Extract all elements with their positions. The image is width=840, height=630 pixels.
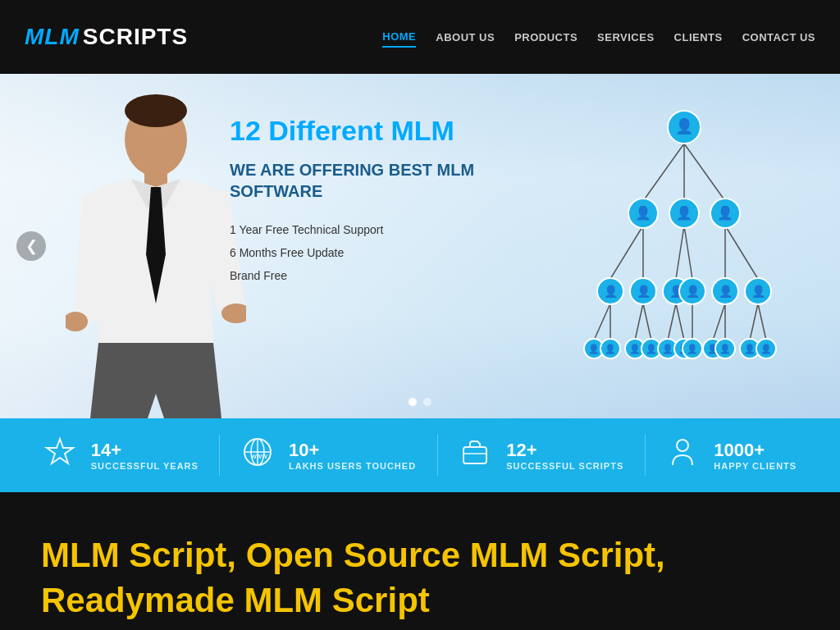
carousel-dot-1[interactable] [409, 398, 417, 406]
svg-point-75 [677, 440, 688, 451]
hero-title: 12 Different MLM [230, 115, 528, 147]
svg-point-1 [125, 94, 187, 127]
svg-text:👤: 👤 [719, 285, 733, 299]
svg-marker-67 [47, 439, 73, 463]
stat-icon-2 [459, 436, 491, 476]
dark-bar [0, 492, 840, 509]
person-svg [66, 90, 246, 418]
svg-line-14 [594, 304, 610, 340]
hero-person [66, 90, 246, 418]
svg-line-17 [643, 304, 651, 340]
svg-text:👤: 👤 [637, 285, 651, 299]
stat-divider-2 [437, 435, 438, 476]
svg-line-18 [668, 304, 676, 340]
svg-line-23 [750, 304, 758, 340]
svg-text:👤: 👤 [646, 343, 657, 354]
mlm-tree: 👤 👤 👤 👤 👤 👤 👤 👤 👤 👤 👤 [561, 107, 807, 369]
stat-item-2: 12+ SUCCESSFUL SCRIPTS [459, 436, 623, 476]
stat-icon-3 [666, 436, 699, 476]
stat-number-0: 14+ [91, 440, 199, 461]
svg-text:👤: 👤 [604, 285, 619, 299]
stat-text-3: 1000+ HAPPY CLIENTS [714, 440, 797, 471]
hero-features: 1 Year Free Technical Support 6 Months F… [230, 218, 528, 287]
svg-line-19 [676, 304, 684, 340]
svg-line-16 [635, 304, 643, 340]
svg-text:👤: 👤 [676, 205, 692, 221]
stat-text-1: 10+ LAKHS USERS TOUCHED [289, 440, 416, 471]
svg-text:👤: 👤 [719, 343, 731, 354]
svg-line-7 [684, 144, 725, 201]
logo-mlm: MLM [25, 24, 80, 50]
svg-line-5 [643, 144, 684, 201]
feature-2: 6 Months Free Update [230, 241, 528, 264]
tree-svg: 👤 👤 👤 👤 👤 👤 👤 👤 👤 👤 👤 [561, 107, 807, 369]
nav-item-products[interactable]: PRODUCTS [514, 28, 578, 47]
nav-item-services[interactable]: SERVICES [597, 28, 655, 47]
stat-label-0: SUCCESSFUL YEARS [91, 461, 199, 471]
feature-3: Brand Free [230, 264, 528, 287]
header: MLM SCRIPTS HOMEABOUT USPRODUCTSSERVICES… [0, 0, 840, 74]
stat-number-1: 10+ [289, 440, 416, 461]
stat-number-2: 12+ [506, 440, 623, 461]
svg-text:👤: 👤 [744, 343, 756, 354]
stat-icon-0 [43, 436, 76, 476]
svg-line-10 [676, 226, 684, 279]
carousel-arrow-left[interactable]: ❮ [16, 231, 46, 261]
logo-scripts: SCRIPTS [83, 24, 188, 50]
svg-text:👤: 👤 [760, 343, 772, 354]
svg-text:WWW: WWW [251, 454, 267, 459]
logo: MLM SCRIPTS [25, 24, 188, 50]
svg-line-13 [725, 226, 758, 279]
hero-content: 12 Different MLM WE ARE OFFERING BEST ML… [230, 115, 528, 287]
svg-text:👤: 👤 [605, 343, 616, 354]
svg-text:👤: 👤 [675, 117, 694, 135]
nav-item-clients[interactable]: CLIENTS [674, 28, 723, 47]
svg-text:👤: 👤 [629, 343, 641, 354]
svg-line-24 [758, 304, 766, 340]
svg-line-21 [713, 304, 725, 340]
stat-item-1: WWW 10+ LAKHS USERS TOUCHED [241, 436, 416, 476]
carousel-dots [409, 398, 431, 406]
stat-divider-1 [219, 435, 220, 476]
stat-icon-1: WWW [241, 436, 274, 476]
stat-number-3: 1000+ [714, 440, 797, 461]
svg-text:👤: 👤 [717, 205, 733, 221]
stat-label-1: LAKHS USERS TOUCHED [289, 461, 416, 471]
svg-text:👤: 👤 [686, 285, 701, 299]
bottom-title: MLM Script, Open Source MLM Script, Read… [41, 533, 799, 623]
stat-item-3: 1000+ HAPPY CLIENTS [666, 436, 797, 476]
nav-item-contact-us[interactable]: CONTACT US [742, 28, 815, 47]
carousel-dot-2[interactable] [423, 398, 431, 406]
svg-line-8 [610, 226, 643, 279]
stat-text-2: 12+ SUCCESSFUL SCRIPTS [506, 440, 623, 471]
svg-text:👤: 👤 [588, 343, 600, 354]
nav: HOMEABOUT USPRODUCTSSERVICESCLIENTSCONTA… [382, 27, 815, 48]
hero-subtitle: WE ARE OFFERING BEST MLM SOFTWARE [230, 159, 528, 202]
stats-bar: 14+ SUCCESSFUL YEARS WWW 10+ LAKHS USERS… [0, 418, 840, 492]
svg-text:👤: 👤 [662, 343, 673, 354]
svg-rect-73 [463, 447, 486, 463]
nav-item-home[interactable]: HOME [382, 27, 416, 48]
svg-text:👤: 👤 [751, 285, 766, 299]
svg-text:👤: 👤 [635, 205, 651, 221]
bottom-section: MLM Script, Open Source MLM Script, Read… [0, 509, 840, 630]
feature-1: 1 Year Free Technical Support [230, 218, 528, 241]
svg-line-11 [684, 226, 692, 279]
nav-item-about-us[interactable]: ABOUT US [436, 28, 495, 47]
stat-label-2: SUCCESSFUL SCRIPTS [506, 461, 623, 471]
stat-text-0: 14+ SUCCESSFUL YEARS [91, 440, 199, 471]
hero-banner: 12 Different MLM WE ARE OFFERING BEST ML… [0, 74, 840, 418]
svg-text:👤: 👤 [687, 343, 698, 354]
stat-item-0: 14+ SUCCESSFUL YEARS [43, 436, 199, 476]
stat-divider-3 [645, 435, 646, 476]
stat-label-3: HAPPY CLIENTS [714, 461, 797, 471]
